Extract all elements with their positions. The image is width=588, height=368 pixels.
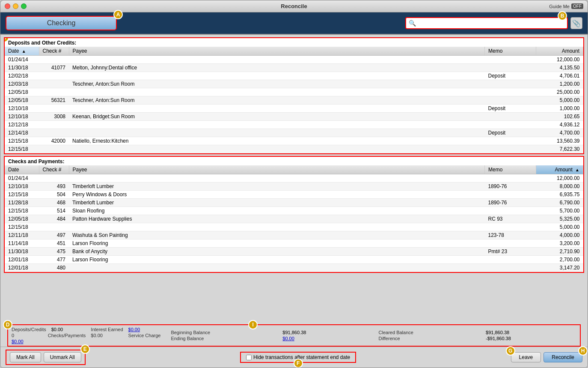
deposits-credits-label: Deposits/Credits: [12, 327, 46, 332]
check-amount: 2,700.00: [536, 256, 583, 264]
checks-row[interactable]: 11/14/18 451 Larson Flooring 3,200.00: [5, 239, 583, 248]
deposit-check: 41077: [39, 64, 69, 72]
deposit-payee: Keenan, Bridget:Sun Room: [69, 113, 485, 121]
check-memo: RC 93: [485, 215, 536, 223]
deposits-payee-header[interactable]: Payee: [69, 47, 485, 56]
checks-row[interactable]: 12/01/18 480 3,147.20: [5, 264, 583, 272]
check-memo: [485, 174, 536, 183]
check-date: 12/15/18: [5, 207, 39, 215]
deposit-check: [39, 80, 69, 88]
service-charge-value[interactable]: $0.00: [12, 339, 46, 344]
checks-row[interactable]: 12/11/18 497 Washuta & Son Painting 123-…: [5, 231, 583, 239]
reconcile-button[interactable]: Reconcile: [543, 352, 582, 362]
check-payee: Timberloft Lumber: [69, 199, 485, 207]
deposits-row[interactable]: 12/03/18 Teschner, Anton:Sun Room 1,200.…: [5, 80, 583, 88]
deposits-row[interactable]: 12/12/18 4,936.12: [5, 121, 583, 129]
check-payee: Perry Windows & Doors: [69, 191, 485, 199]
checks-row[interactable]: 12/10/18 493 Timberloft Lumber 1890-76 8…: [5, 183, 583, 191]
deposit-amount: 12,000.00: [536, 56, 583, 64]
deposit-date: 12/14/18: [5, 129, 39, 137]
search-input[interactable]: [405, 17, 568, 29]
deposits-row[interactable]: 12/15/18 42000 Natiello, Ernesto:Kitchen…: [5, 137, 583, 145]
deposits-row[interactable]: 12/05/18 25,000.00: [5, 88, 583, 96]
attach-button[interactable]: 📎: [570, 17, 582, 29]
deposit-check: [39, 88, 69, 96]
deposits-row[interactable]: 12/14/18 Deposit 4,700.00: [5, 129, 583, 137]
checks-table-scroll[interactable]: Date Check # Payee Memo Amount ▲ 01/24/1…: [5, 165, 583, 272]
checks-row[interactable]: 12/15/18 5,000.00: [5, 223, 583, 231]
unmark-all-button[interactable]: Unmark All: [44, 352, 81, 362]
check-num: [39, 174, 69, 183]
leave-button[interactable]: Leave: [511, 352, 541, 362]
minimize-button[interactable]: [13, 3, 18, 9]
checks-payee-header[interactable]: Payee: [69, 165, 485, 174]
checks-payments-val: $0.00: [91, 333, 123, 338]
check-num: 504: [39, 191, 69, 199]
deposit-payee: [69, 129, 485, 137]
checks-row[interactable]: 12/15/18 514 Sloan Roofing 5,700.00: [5, 207, 583, 215]
close-button[interactable]: [5, 3, 10, 9]
deposit-memo: [485, 80, 536, 88]
checks-row[interactable]: 12/05/18 484 Patton Hardware Supplies RC…: [5, 215, 583, 223]
check-date: 12/15/18: [5, 191, 39, 199]
action-left: E Mark All Unmark All: [6, 350, 86, 365]
deposit-amount: 5,000.00: [536, 96, 583, 105]
deposit-date: 11/30/18: [5, 64, 39, 72]
checks-row[interactable]: 01/24/14 12,000.00: [5, 174, 583, 183]
deposits-date-header[interactable]: Date ▲: [5, 47, 39, 56]
deposit-amount: 13,560.39: [536, 137, 583, 145]
deposits-row[interactable]: 12/02/18 Deposit 4,706.01: [5, 72, 583, 80]
deposit-memo: Deposit: [485, 72, 536, 80]
deposits-row[interactable]: 12/10/18 3008 Keenan, Bridget:Sun Room 1…: [5, 113, 583, 121]
guide-toggle[interactable]: OFF: [571, 3, 583, 9]
service-charge-label: Service Charge: [128, 333, 161, 338]
deposits-row[interactable]: 12/05/18 56321 Teschner, Anton:Sun Room …: [5, 96, 583, 105]
deposits-row[interactable]: 11/30/18 41077 Melton, Johnny:Dental off…: [5, 64, 583, 72]
label-f-badge: F: [294, 359, 303, 368]
deposits-row[interactable]: 01/24/14 12,000.00: [5, 56, 583, 64]
deposit-amount: 4,936.12: [536, 121, 583, 129]
deposit-memo: [485, 145, 536, 153]
check-memo: [485, 239, 536, 248]
checks-row[interactable]: 12/15/18 504 Perry Windows & Doors 6,935…: [5, 191, 583, 199]
deposit-memo: Deposit: [485, 129, 536, 137]
ending-balance-value[interactable]: $0.00: [282, 336, 371, 341]
deposit-payee: [69, 121, 485, 129]
hide-transactions-checkbox[interactable]: [246, 355, 252, 360]
checks-row[interactable]: 12/01/18 477 Larson Flooring 2,700.00: [5, 256, 583, 264]
deposit-date: 12/12/18: [5, 121, 39, 129]
window-title: Reconcile: [281, 3, 307, 9]
label-g-badge: G: [506, 346, 515, 356]
check-payee: Patton Hardware Supplies: [69, 215, 485, 223]
header-area: Checking A B 🔍 📎: [0, 12, 588, 35]
check-num: 484: [39, 215, 69, 223]
check-amount: 6,935.75: [536, 191, 583, 199]
mark-all-button[interactable]: Mark All: [10, 352, 41, 362]
deposit-payee: Teschner, Anton:Sun Room: [69, 80, 485, 88]
deposits-check-header[interactable]: Check #: [39, 47, 69, 56]
maximize-button[interactable]: [21, 3, 27, 9]
check-memo: [485, 207, 536, 215]
checks-amount-header[interactable]: Amount ▲: [536, 165, 583, 174]
deposits-amount-header[interactable]: Amount: [536, 47, 583, 56]
checks-section-title: Checks and Payments:: [5, 157, 583, 165]
check-date: 12/11/18: [5, 231, 39, 239]
deposits-memo-header[interactable]: Memo: [485, 47, 536, 56]
difference-value: -$91,860.38: [486, 336, 576, 341]
checks-check-header[interactable]: Check #: [39, 165, 69, 174]
checks-row[interactable]: 11/30/18 475 Bank of Anycity Pmt# 23 2,7…: [5, 248, 583, 256]
deposit-check: 56321: [39, 96, 69, 105]
check-payee: Timberloft Lumber: [69, 183, 485, 191]
checks-memo-header[interactable]: Memo: [485, 165, 536, 174]
check-amount: 5,000.00: [536, 223, 583, 231]
interest-earned-value[interactable]: $0.00: [128, 327, 161, 332]
checks-date-header[interactable]: Date: [5, 165, 39, 174]
account-selector[interactable]: Checking: [6, 16, 117, 30]
deposits-section-title: Deposits and Other Credits:: [5, 38, 583, 47]
deposits-row[interactable]: 12/15/18 7,622.30: [5, 145, 583, 153]
checks-row[interactable]: 11/28/18 468 Timberloft Lumber 1890-76 6…: [5, 199, 583, 207]
label-b-badge: B: [558, 11, 567, 21]
deposits-table-scroll[interactable]: Date ▲ Check # Payee Memo Amount 01/24/1…: [5, 47, 583, 153]
deposits-row[interactable]: 12/10/18 Deposit 1,000.00: [5, 105, 583, 113]
deposit-check: [39, 105, 69, 113]
